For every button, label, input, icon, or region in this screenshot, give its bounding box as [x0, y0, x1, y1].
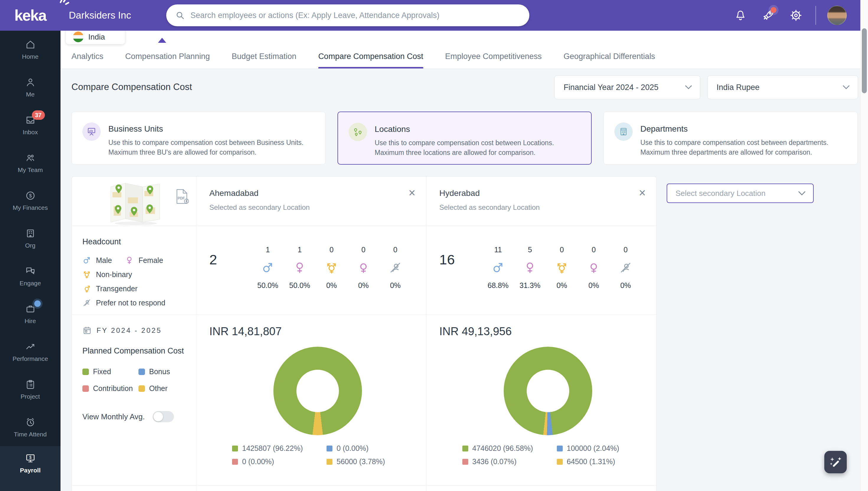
departments-card[interactable]: Departments Use this to compare compensa…	[604, 112, 858, 165]
gear-icon	[789, 9, 803, 22]
briefcase-icon	[25, 304, 36, 315]
modnav-run-payroll[interactable]: RUN PAYROLL	[223, 31, 271, 33]
tab-compensation-planning[interactable]: Compensation Planning	[125, 44, 210, 69]
cost-breakdown-legend: 4746020 (96.58%) 100000 (2.04%) 3436 (0.…	[463, 444, 634, 466]
modnav-payroll-analytics[interactable]: PAYROLL ANALYTICS	[132, 31, 203, 33]
payroll-module-nav: PAYROLL ANALYTICS RUN PAYROLL PAYROLL AD…	[132, 31, 609, 33]
gender-legend-label: Prefer not to respond	[96, 299, 165, 307]
modnav-loans[interactable]: LOANS	[426, 31, 450, 33]
person-icon	[25, 77, 36, 88]
compare-by-cards: Business Units Use this to compare compe…	[72, 112, 858, 165]
ytd-label-cell: Planned Cost (YTD)	[72, 486, 196, 491]
clipboard-icon	[25, 379, 36, 390]
user-avatar[interactable]	[827, 6, 847, 25]
whats-new-button[interactable]	[760, 7, 777, 24]
female-icon	[125, 256, 134, 265]
page-scrollbar	[860, 0, 868, 491]
notifications-button[interactable]	[732, 7, 749, 24]
sidebar-item-label: Org	[25, 242, 35, 249]
view-monthly-label: View Monthly Avg.	[82, 412, 145, 422]
svg-text:$: $	[29, 193, 32, 199]
sidebar-item-home[interactable]: Home	[0, 31, 60, 68]
currency-select[interactable]: India Rupee	[707, 76, 858, 99]
page-title: Compare Compensation Cost	[72, 82, 192, 92]
currency-value: India Rupee	[717, 83, 760, 92]
sidebar-item-inbox[interactable]: 37 Inbox	[0, 106, 60, 144]
remove-location-button[interactable]: ×	[639, 187, 646, 199]
modnav-benefits[interactable]: BENEFITS	[470, 31, 503, 33]
gender-legend: Male Female Non-binary Transgender	[82, 256, 196, 307]
cost-donut-chart	[273, 347, 362, 435]
india-flag-icon	[73, 32, 84, 42]
sidebar-item-label: Payroll	[20, 467, 40, 474]
financial-year-value: Financial Year 2024 - 2025	[564, 83, 659, 92]
female-icon	[293, 261, 306, 274]
modnav-settings[interactable]: SETTINGS	[576, 31, 609, 33]
gender-stat-transgender: 0 0%	[347, 246, 380, 290]
sidebar-item-org[interactable]: Org	[0, 220, 60, 257]
sidebar-item-hire[interactable]: Hire	[0, 295, 60, 333]
payroll-icon: $	[25, 453, 36, 464]
magic-wand-button[interactable]	[824, 451, 847, 473]
sidebar-item-project[interactable]: Project	[0, 371, 60, 408]
select-secondary-location[interactable]: Select secondary Location	[667, 183, 814, 203]
svg-text:$: $	[29, 455, 32, 460]
modnav-approvals[interactable]: APPROVALS	[365, 31, 406, 33]
pdf-download-icon[interactable]: PDF	[174, 189, 190, 205]
fixed-swatch	[232, 445, 238, 452]
tab-budget-estimation[interactable]: Budget Estimation	[232, 44, 297, 69]
trend-up-icon	[25, 341, 36, 352]
card-description: Use this to compare compensation cost be…	[108, 138, 313, 157]
cost-breakdown-legend: 1425807 (96.22%) 0 (0.00%) 0 (0.00%) 560…	[232, 444, 403, 466]
sidebar-item-performance[interactable]: Performance	[0, 333, 60, 371]
card-title: Departments	[640, 124, 845, 134]
remove-location-button[interactable]: ×	[409, 187, 415, 199]
sidebar-item-payroll[interactable]: $ Payroll	[0, 446, 60, 491]
tab-analytics[interactable]: Analytics	[72, 44, 103, 69]
bell-icon	[734, 9, 747, 22]
building-icon	[25, 228, 36, 239]
company-name: Darksiders Inc	[69, 10, 157, 21]
modnav-reports[interactable]: REPORTS	[524, 31, 556, 33]
contribution-swatch	[82, 385, 89, 392]
keka-logo[interactable]: keka	[0, 0, 60, 31]
other-swatch	[327, 459, 332, 465]
tab-compare-compensation-cost[interactable]: Compare Compensation Cost	[318, 44, 423, 69]
view-monthly-toggle[interactable]	[152, 411, 174, 422]
sidebar-item-label: Performance	[12, 355, 48, 362]
gender-stat-transgender: 0 0%	[578, 246, 610, 290]
map-illustration	[105, 179, 167, 226]
sidebar-item-my-team[interactable]: My Team	[0, 144, 60, 182]
financial-year-select[interactable]: Financial Year 2024 - 2025	[555, 76, 700, 99]
locations-icon	[349, 123, 367, 141]
sidebar-item-label: Inbox	[23, 129, 38, 136]
sidebar-item-time-attend[interactable]: Time Attend	[0, 408, 60, 446]
ytd-hyderabad: PLANNED ACTUAL	[426, 486, 656, 491]
bonus-swatch	[557, 445, 563, 452]
locations-card[interactable]: Locations Use this to compare compensati…	[337, 112, 592, 165]
headcount-data-hyderabad: 16 11 68.8% 5 31.3% 0	[426, 226, 656, 315]
sidebar-item-engage[interactable]: Engage	[0, 257, 60, 295]
fixed-swatch	[82, 369, 89, 375]
chevron-down-icon	[798, 191, 806, 196]
sidebar-item-me[interactable]: Me	[0, 68, 60, 106]
global-search[interactable]	[166, 4, 529, 26]
settings-button[interactable]	[788, 7, 804, 24]
legal-entity-tab-india[interactable]: India	[66, 31, 125, 44]
tab-employee-competitiveness[interactable]: Employee Competitiveness	[445, 44, 542, 69]
business-units-card[interactable]: Business Units Use this to compare compe…	[72, 112, 326, 165]
scrollbar-thumb[interactable]	[862, 28, 867, 93]
location-name: Ahemadabad	[209, 189, 426, 198]
business-units-icon	[82, 122, 101, 141]
gender-stat-prefer-not: 0 0%	[380, 246, 411, 290]
sidebar-item-my-finances[interactable]: $ My Finances	[0, 182, 60, 220]
bonus-swatch	[138, 369, 145, 375]
tab-geographical-differentials[interactable]: Geographical Differentials	[564, 44, 655, 69]
page-header: Compare Compensation Cost Financial Year…	[60, 69, 860, 112]
cost-legend-label: Fixed	[93, 367, 111, 376]
modnav-payroll-admin[interactable]: PAYROLL ADMIN	[290, 31, 345, 33]
headcount-data-ahemadabad: 2 1 50.0% 1 50.0% 0	[196, 226, 426, 315]
sidebar-item-label: Time Attend	[14, 431, 47, 438]
search-input[interactable]	[190, 11, 521, 20]
inbox-badge: 37	[32, 110, 45, 120]
